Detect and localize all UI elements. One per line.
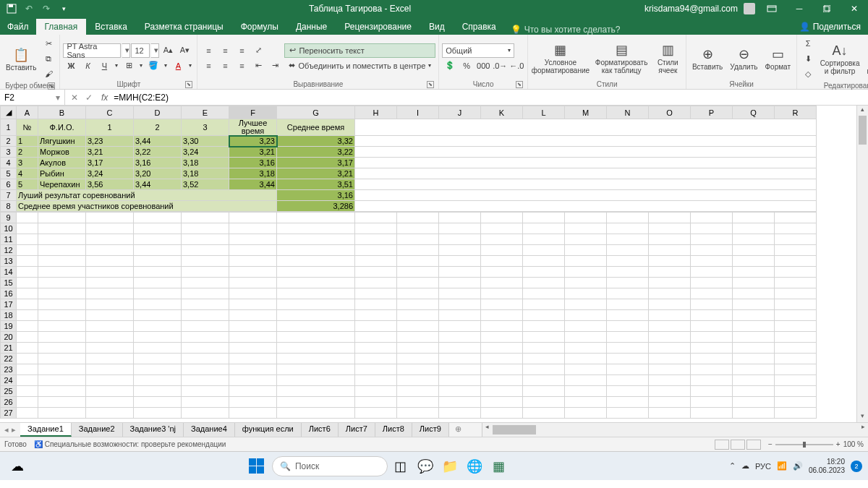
cell[interactable] bbox=[481, 397, 523, 408]
row-header[interactable]: 4 bbox=[1, 158, 17, 168]
file-explorer-icon[interactable]: 📁 bbox=[438, 455, 461, 478]
cell[interactable] bbox=[38, 213, 86, 223]
col-header[interactable]: R bbox=[775, 106, 817, 119]
accessibility-status[interactable]: ♿ Специальные возможности: проверьте рек… bbox=[34, 440, 226, 448]
row-header[interactable]: 14 bbox=[1, 267, 17, 278]
cell[interactable] bbox=[649, 408, 691, 419]
cell[interactable] bbox=[17, 386, 38, 397]
cell[interactable] bbox=[733, 397, 775, 408]
cell[interactable] bbox=[182, 386, 229, 397]
cell[interactable] bbox=[38, 256, 86, 267]
cell[interactable] bbox=[86, 310, 134, 321]
cell[interactable] bbox=[523, 278, 565, 288]
delete-cells-button[interactable]: ⊖Удалить bbox=[727, 44, 760, 72]
cell[interactable] bbox=[439, 397, 481, 408]
cell[interactable] bbox=[565, 213, 607, 223]
cell[interactable]: 3 bbox=[17, 158, 38, 168]
cell[interactable] bbox=[86, 321, 134, 332]
cell[interactable] bbox=[229, 299, 277, 310]
cell[interactable] bbox=[277, 408, 355, 419]
cell[interactable] bbox=[17, 223, 38, 234]
cell[interactable] bbox=[733, 408, 775, 419]
cell[interactable] bbox=[182, 256, 229, 267]
name-box[interactable]: F2▾ bbox=[0, 90, 65, 105]
cell[interactable] bbox=[38, 375, 86, 386]
cell[interactable] bbox=[355, 190, 817, 201]
cell[interactable] bbox=[439, 245, 481, 256]
excel-icon[interactable]: ▦ bbox=[488, 455, 511, 478]
cell[interactable] bbox=[134, 267, 182, 278]
row-header[interactable]: 10 bbox=[1, 223, 17, 234]
cell[interactable] bbox=[134, 288, 182, 299]
cell[interactable] bbox=[649, 321, 691, 332]
cell[interactable] bbox=[277, 386, 355, 397]
cell[interactable] bbox=[355, 213, 397, 223]
cell[interactable] bbox=[397, 310, 439, 321]
cell[interactable] bbox=[397, 375, 439, 386]
cell[interactable] bbox=[86, 343, 134, 354]
cell[interactable] bbox=[277, 245, 355, 256]
cell[interactable] bbox=[649, 223, 691, 234]
cell[interactable] bbox=[691, 408, 733, 419]
cell[interactable] bbox=[355, 408, 397, 419]
cell[interactable] bbox=[229, 288, 277, 299]
weather-widget[interactable]: ☁ bbox=[6, 455, 29, 478]
cell[interactable] bbox=[397, 278, 439, 288]
cell[interactable] bbox=[691, 332, 733, 343]
cell[interactable] bbox=[565, 310, 607, 321]
cell[interactable] bbox=[691, 364, 733, 375]
cell[interactable] bbox=[355, 267, 397, 278]
cell[interactable] bbox=[134, 397, 182, 408]
font-size-dd-icon[interactable]: ▾ bbox=[150, 43, 159, 58]
cell[interactable] bbox=[733, 288, 775, 299]
cell[interactable] bbox=[397, 364, 439, 375]
cell[interactable]: Ф.И.О. bbox=[38, 119, 86, 136]
cell[interactable]: 3,16 bbox=[229, 158, 277, 168]
scroll-right-icon[interactable]: ▸ bbox=[858, 423, 868, 437]
cell[interactable] bbox=[649, 354, 691, 364]
cell[interactable] bbox=[775, 245, 817, 256]
cell[interactable] bbox=[565, 332, 607, 343]
cell[interactable] bbox=[439, 223, 481, 234]
cell[interactable] bbox=[607, 213, 649, 223]
cell[interactable] bbox=[397, 267, 439, 278]
cell[interactable] bbox=[523, 332, 565, 343]
cell[interactable] bbox=[355, 332, 397, 343]
cell[interactable] bbox=[775, 397, 817, 408]
cell[interactable] bbox=[523, 234, 565, 245]
cell[interactable] bbox=[523, 213, 565, 223]
row-header[interactable]: 21 bbox=[1, 343, 17, 354]
cell[interactable] bbox=[439, 213, 481, 223]
cell[interactable] bbox=[775, 299, 817, 310]
shrink-font-icon[interactable]: A▾ bbox=[176, 43, 192, 58]
cell[interactable] bbox=[355, 354, 397, 364]
cell[interactable] bbox=[229, 321, 277, 332]
fill-down-icon[interactable]: ⬇ bbox=[800, 51, 816, 66]
cell[interactable] bbox=[182, 408, 229, 419]
col-header[interactable]: F bbox=[229, 106, 277, 119]
cell[interactable] bbox=[277, 288, 355, 299]
cell[interactable] bbox=[38, 397, 86, 408]
cell[interactable]: 3,286 bbox=[277, 201, 355, 212]
cell[interactable] bbox=[733, 375, 775, 386]
name-box-dd-icon[interactable]: ▾ bbox=[56, 93, 60, 103]
cell[interactable] bbox=[182, 321, 229, 332]
cell[interactable]: Моржов bbox=[38, 147, 86, 158]
cell[interactable] bbox=[691, 213, 733, 223]
cell[interactable] bbox=[691, 256, 733, 267]
taskbar-search[interactable]: 🔍Поиск bbox=[272, 456, 388, 476]
cell[interactable] bbox=[229, 278, 277, 288]
cell[interactable] bbox=[17, 234, 38, 245]
format-cells-button[interactable]: ▭Формат bbox=[762, 44, 794, 72]
cell[interactable] bbox=[565, 343, 607, 354]
col-header[interactable]: I bbox=[397, 106, 439, 119]
col-header[interactable]: M bbox=[565, 106, 607, 119]
row-header[interactable]: 1 bbox=[1, 119, 17, 136]
dec-decimal-icon[interactable]: ←.0 bbox=[509, 59, 524, 73]
row-header[interactable]: 2 bbox=[1, 136, 17, 147]
cell[interactable]: 3,18 bbox=[182, 158, 229, 168]
cell[interactable] bbox=[134, 343, 182, 354]
cell[interactable] bbox=[481, 332, 523, 343]
cell[interactable] bbox=[86, 234, 134, 245]
cell[interactable] bbox=[565, 364, 607, 375]
